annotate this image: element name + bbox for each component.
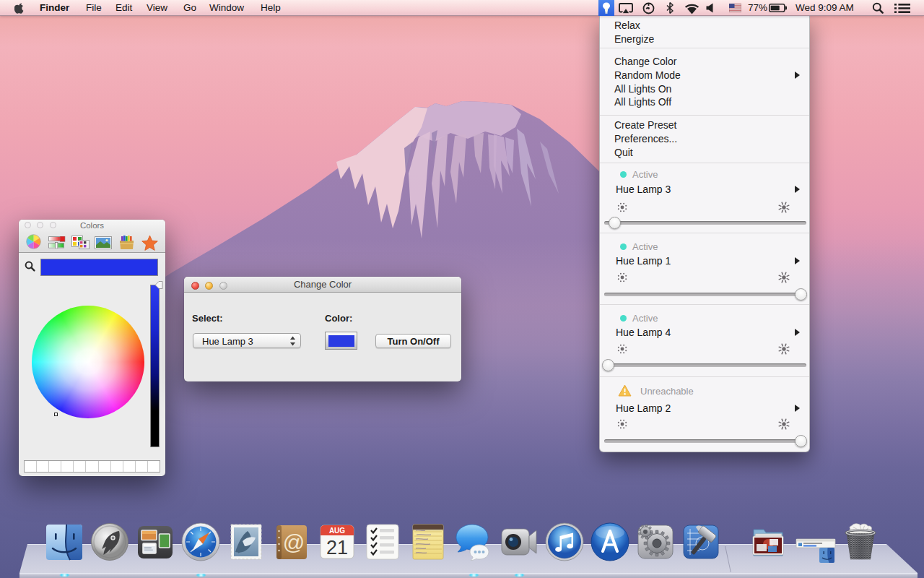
svg-text:AUG: AUG <box>329 527 345 535</box>
svg-text:21: 21 <box>326 537 348 558</box>
svg-text:@: @ <box>283 530 305 554</box>
